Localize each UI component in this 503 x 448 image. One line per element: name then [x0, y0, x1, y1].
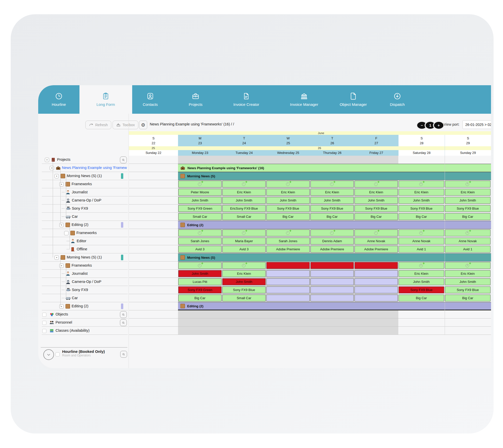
booking-cell[interactable]: Sony FX9 Blue [355, 205, 398, 212]
booking-cell[interactable]: Sarah Jones [266, 238, 310, 244]
empty-slot-cell[interactable] [266, 270, 310, 277]
booking-cell[interactable]: Eric Klein [399, 270, 444, 277]
section-bar-editing[interactable]: Editing (2) [178, 221, 491, 229]
booking-cell[interactable]: John Smith [355, 197, 398, 204]
booking-cell[interactable]: Sony FX9 Blue [310, 205, 354, 212]
booking-slot-cell[interactable]: + [310, 181, 354, 187]
booking-cell[interactable]: Dennis Adam [310, 238, 354, 244]
booking-cell[interactable]: Eric Klein [399, 189, 444, 196]
sidebar-item-camera-op-dop[interactable]: Camera-Op / DoP [42, 196, 128, 205]
booking-cell[interactable]: Eric Klein [266, 189, 310, 196]
sidebar-item-projects[interactable]: ▾Projects [42, 156, 128, 164]
booking-slot-cell[interactable]: + [178, 229, 222, 236]
viewport-range-field[interactable]: 26-01-2025 > 02- [463, 120, 491, 129]
booking-cell[interactable]: Lucas Pitt [178, 278, 222, 285]
booking-cell[interactable]: Big Car [266, 213, 310, 220]
search-button[interactable] [120, 156, 127, 163]
booking-cell[interactable]: Sony FX9 Blue [445, 205, 491, 212]
booking-cell[interactable]: Avid 3 [178, 246, 222, 253]
booking-cell[interactable]: Peter Moore [178, 189, 222, 196]
sidebar-item-classes-availability[interactable]: Classes (Availability) [42, 327, 128, 335]
sidebar-item-frameworks[interactable]: ▾Frameworks [42, 262, 128, 270]
empty-slot-cell[interactable] [355, 262, 398, 269]
booking-cell[interactable]: Anne Novak [399, 238, 444, 244]
booking-slot-cell[interactable]: + [399, 262, 444, 269]
sidebar-item-frameworks[interactable]: ▾Frameworks [42, 180, 128, 188]
booking-cell[interactable]: John Smith [222, 197, 266, 204]
booking-cell[interactable]: Anne Novak [445, 238, 491, 244]
sidebar-item-sony-fx9[interactable]: Sony FX9 [42, 205, 128, 213]
booking-cell[interactable]: John Smith [445, 278, 491, 285]
tab-invoice-creator[interactable]: Invoice Creator [224, 85, 269, 114]
hourline-checkbox[interactable] [56, 352, 60, 356]
sidebar-item-journalist[interactable]: Journalist [42, 188, 128, 196]
booking-cell[interactable]: Eric Klein [355, 189, 398, 196]
expander-icon[interactable]: ▾ [59, 223, 64, 227]
booking-slot-cell[interactable]: + [445, 262, 491, 269]
booking-cell[interactable]: Sarah Jones [178, 238, 222, 244]
booking-cell[interactable]: Avid 1 [399, 246, 444, 253]
expander-icon[interactable]: ▾ [59, 264, 64, 268]
section-bar-editing[interactable]: Editing (2) [178, 302, 491, 310]
booking-slot-cell[interactable]: + [222, 262, 266, 269]
booking-slot-cell[interactable]: + [355, 229, 398, 236]
booking-cell[interactable]: Small Car [222, 213, 266, 220]
booking-cell[interactable]: Small Car [178, 213, 222, 220]
booking-slot-cell[interactable]: + [399, 181, 444, 187]
booking-slot-cell[interactable]: + [355, 181, 398, 187]
zoom-in-button[interactable]: + [433, 121, 444, 130]
booking-cell[interactable]: Adobe Premiere [266, 246, 310, 253]
empty-slot-cell[interactable] [355, 295, 398, 301]
tab-object-manager[interactable]: Object Manager [331, 85, 376, 114]
booking-cell[interactable]: Big Car [355, 213, 398, 220]
tab-invoice-manager[interactable]: Invoice Manager [282, 85, 327, 114]
booking-cell[interactable]: John Smith [310, 197, 354, 204]
sidebar-item-frameworks[interactable]: Frameworks [42, 229, 128, 237]
booking-cell[interactable]: Avid 1 [445, 246, 491, 253]
sidebar-item-sony-fx9[interactable]: Sony FX9 [42, 286, 128, 294]
booking-slot-cell[interactable]: + [222, 229, 266, 236]
search-button[interactable] [120, 311, 127, 318]
booking-cell[interactable]: Eric Klein [222, 189, 266, 196]
booking-cell[interactable]: Eric Klein [445, 189, 491, 196]
empty-slot-cell[interactable] [266, 295, 310, 301]
booking-cell[interactable]: Sony FX9 Blue [222, 286, 266, 293]
expander-icon[interactable] [64, 231, 69, 235]
tab-contacts[interactable]: Contacts [128, 85, 173, 114]
empty-slot-cell[interactable] [355, 286, 398, 293]
booking-cell[interactable]: Maria Bayer [222, 238, 266, 244]
sidebar-item-news-planning-example-using-framewo[interactable]: ▾News Planning Example using 'Framewok?"… [42, 164, 128, 172]
expander-icon[interactable]: ▾ [59, 182, 64, 186]
empty-slot-cell[interactable] [355, 278, 398, 285]
booking-cell[interactable]: John Smith [178, 197, 222, 204]
sidebar-item-objects[interactable]: Objects [42, 310, 128, 319]
tab-dispatch[interactable]: Dispatch [375, 85, 420, 114]
chevron-circle-icon[interactable] [43, 349, 54, 360]
booking-cell[interactable]: Sony FX9 Green [178, 286, 222, 293]
booking-cell[interactable]: Sony FX9 Green [178, 205, 222, 212]
booking-cell[interactable]: Big Car [310, 213, 354, 220]
booking-cell[interactable]: Avid 3 [222, 246, 266, 253]
checkbox[interactable] [42, 313, 46, 317]
refresh-button[interactable]: Refresh [85, 121, 111, 129]
booking-cell[interactable]: Sony FX9 Blue [266, 205, 310, 212]
booking-slot-cell[interactable]: + [178, 262, 222, 269]
tab-hourline[interactable]: Hourline [38, 85, 81, 114]
booking-cell[interactable]: John Smith [399, 278, 444, 285]
tab-long-form[interactable]: Long Form [83, 85, 128, 114]
booking-slot-cell[interactable]: + [266, 229, 310, 236]
empty-slot-cell[interactable] [266, 286, 310, 293]
empty-slot-cell[interactable] [310, 286, 354, 293]
sidebar-item-morning-news-s-1[interactable]: ▾Morning News (S) (1) [42, 172, 128, 180]
booking-cell[interactable]: Big Car [399, 213, 444, 220]
checkbox[interactable] [42, 321, 46, 325]
sidebar-item-car[interactable]: Car [42, 213, 128, 221]
sidebar-item-morning-news-s-1[interactable]: ▾Morning News (S) (1) [42, 253, 128, 262]
sidebar-item-personnel[interactable]: Personnel [42, 319, 128, 327]
booking-cell[interactable]: Sony FX9 Blue [399, 286, 444, 293]
booking-cell[interactable]: John Smith [222, 278, 266, 285]
project-bar[interactable]: News Planning Example using 'Frameworks'… [178, 164, 491, 172]
empty-slot-cell[interactable] [355, 270, 398, 277]
empty-slot-cell[interactable] [310, 262, 354, 269]
booking-cell[interactable]: Anne Novak [355, 238, 398, 244]
